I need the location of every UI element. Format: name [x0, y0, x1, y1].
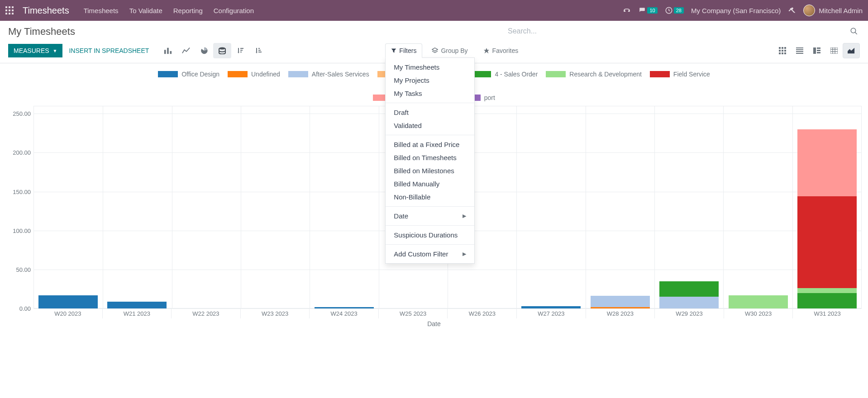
- sort-desc-icon[interactable]: [231, 43, 249, 58]
- view-kanban-icon[interactable]: [774, 43, 791, 58]
- bar-segment[interactable]: [797, 196, 857, 288]
- svg-rect-40: [830, 47, 838, 54]
- svg-rect-20: [258, 50, 261, 51]
- x-tick: W21 2023: [102, 308, 172, 318]
- svg-rect-27: [782, 50, 783, 52]
- filter-on-milestones[interactable]: Billed on Milestones: [386, 164, 474, 177]
- filters-dropdown[interactable]: Filters: [385, 43, 422, 58]
- bar-segment[interactable]: [38, 295, 98, 308]
- line-chart-icon[interactable]: [177, 43, 195, 58]
- x-tick: W31 2023: [792, 308, 862, 318]
- x-tick: W28 2023: [586, 308, 655, 318]
- x-tick: W26 2023: [447, 308, 516, 318]
- y-tick: 100.00: [4, 227, 31, 234]
- svg-rect-13: [167, 48, 169, 54]
- svg-rect-33: [796, 49, 803, 50]
- svg-rect-7: [9, 13, 10, 14]
- svg-rect-26: [779, 50, 781, 52]
- app-brand[interactable]: Timesheets: [23, 5, 69, 16]
- legend-swatch: [546, 71, 566, 77]
- company-switcher[interactable]: My Company (San Francisco): [691, 7, 781, 14]
- x-tick: W27 2023: [516, 308, 586, 318]
- filters-label: Filters: [399, 47, 416, 54]
- favorites-label: Favorites: [492, 47, 519, 54]
- layers-icon: [432, 47, 438, 54]
- bar-chart-icon[interactable]: [159, 43, 177, 58]
- control-panel: My Timesheets MEASURES ▼ INSERT IN SPREA…: [0, 21, 868, 63]
- user-name: Mitchell Admin: [819, 7, 863, 14]
- bar-segment[interactable]: [797, 288, 857, 293]
- sort-asc-icon[interactable]: [249, 43, 267, 58]
- legend-item[interactable]: Undefined: [228, 71, 280, 78]
- settings-icon[interactable]: [788, 6, 796, 14]
- page-title: My Timesheets: [8, 26, 75, 38]
- filter-validated[interactable]: Validated: [386, 119, 474, 132]
- filter-add-custom[interactable]: Add Custom Filter▶: [386, 247, 474, 261]
- legend-item[interactable]: After-Sales Services: [288, 71, 369, 78]
- user-menu[interactable]: Mitchell Admin: [803, 5, 863, 16]
- view-pivot-icon[interactable]: [825, 43, 843, 58]
- groupby-label: Group By: [441, 47, 467, 54]
- bar-segment[interactable]: [659, 297, 719, 308]
- phone-icon[interactable]: [623, 6, 631, 14]
- insert-spreadsheet-button[interactable]: INSERT IN SPREADSHEET: [62, 44, 155, 57]
- filter-my-tasks[interactable]: My Tasks: [386, 87, 474, 100]
- bar-segment[interactable]: [659, 281, 719, 297]
- pie-chart-icon[interactable]: [195, 43, 213, 58]
- legend-item[interactable]: Research & Development: [546, 71, 642, 78]
- search-input[interactable]: [508, 24, 848, 38]
- filter-date[interactable]: Date▶: [386, 209, 474, 223]
- groupby-dropdown[interactable]: Group By: [426, 43, 473, 58]
- view-list-icon[interactable]: [791, 43, 808, 58]
- x-tick: W23 2023: [240, 308, 310, 318]
- x-tick: W24 2023: [309, 308, 378, 318]
- filter-suspicious[interactable]: Suspicious Durations: [386, 228, 474, 242]
- apps-icon[interactable]: [5, 6, 14, 14]
- stacked-icon[interactable]: [213, 43, 231, 58]
- measures-button[interactable]: MEASURES ▼: [8, 44, 62, 57]
- y-tick: 150.00: [4, 188, 31, 195]
- legend-label: Field Service: [673, 71, 710, 78]
- svg-line-11: [855, 32, 857, 34]
- svg-rect-39: [817, 52, 820, 53]
- bar-segment[interactable]: [315, 307, 374, 308]
- legend-swatch: [650, 71, 670, 77]
- bar-segment[interactable]: [521, 306, 581, 308]
- bar-segment[interactable]: [729, 295, 788, 308]
- view-grid-week-icon[interactable]: [808, 43, 825, 58]
- filter-manually[interactable]: Billed Manually: [386, 177, 474, 190]
- svg-marker-22: [432, 48, 438, 51]
- bar-segment[interactable]: [797, 129, 857, 196]
- svg-rect-14: [170, 51, 172, 54]
- svg-point-10: [851, 28, 856, 33]
- legend-item[interactable]: 4 - Sales Order: [471, 71, 538, 78]
- filter-on-timesheets[interactable]: Billed on Timesheets: [386, 151, 474, 164]
- messages-icon[interactable]: 10: [638, 7, 657, 14]
- nav-timesheets[interactable]: Timesheets: [82, 7, 120, 14]
- svg-rect-32: [796, 47, 803, 48]
- nav-to-validate[interactable]: To Validate: [128, 7, 164, 14]
- svg-rect-28: [784, 50, 786, 52]
- svg-rect-8: [12, 13, 14, 14]
- legend-label: 4 - Sales Order: [495, 71, 538, 78]
- y-tick: 250.00: [4, 110, 31, 117]
- svg-rect-36: [813, 47, 816, 54]
- bar-segment[interactable]: [797, 293, 857, 308]
- view-graph-icon[interactable]: [843, 43, 860, 58]
- legend-item[interactable]: Field Service: [650, 71, 710, 78]
- nav-reporting[interactable]: Reporting: [172, 7, 205, 14]
- bar-segment[interactable]: [107, 302, 167, 309]
- search-icon[interactable]: [848, 25, 860, 37]
- favorites-dropdown[interactable]: Favorites: [477, 43, 525, 58]
- filter-my-projects[interactable]: My Projects: [386, 74, 474, 87]
- legend-item[interactable]: Office Design: [158, 71, 219, 78]
- filter-non-billable[interactable]: Non-Billable: [386, 190, 474, 204]
- filter-fixed-price[interactable]: Billed at a Fixed Price: [386, 138, 474, 151]
- filter-my-timesheets[interactable]: My Timesheets: [386, 61, 474, 74]
- bar-segment[interactable]: [591, 307, 650, 308]
- svg-rect-3: [5, 9, 7, 11]
- bar-segment[interactable]: [591, 296, 650, 307]
- nav-configuration[interactable]: Configuration: [212, 7, 256, 14]
- filter-draft[interactable]: Draft: [386, 106, 474, 119]
- activities-icon[interactable]: 28: [665, 6, 684, 14]
